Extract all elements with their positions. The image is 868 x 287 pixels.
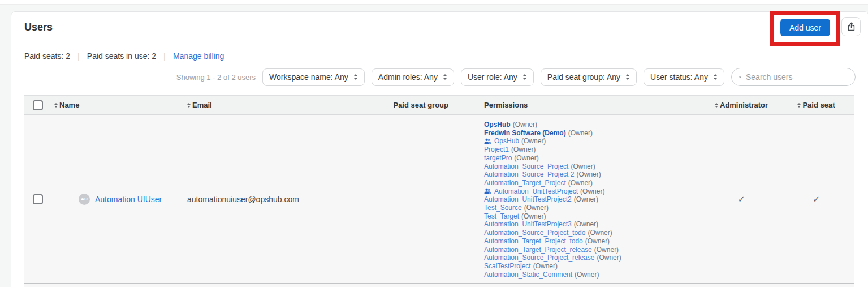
user-role-filter-dropdown[interactable]: User role: Any bbox=[461, 68, 534, 86]
search-users-input[interactable] bbox=[746, 72, 848, 82]
project-link[interactable]: Test_Target bbox=[484, 212, 519, 221]
team-icon bbox=[484, 138, 491, 144]
project-link[interactable]: Automation_Target_Project_release bbox=[484, 246, 592, 254]
permission-item: Automation_Static_Comment(Owner) bbox=[484, 271, 705, 279]
dropdown-label: User role: Any bbox=[468, 72, 517, 82]
column-header-email[interactable]: Email bbox=[184, 96, 320, 114]
permission-item: OpsHub(Owner) bbox=[484, 121, 705, 129]
permission-item: Test_Source(Owner) bbox=[484, 204, 705, 212]
permission-role: (Owner) bbox=[576, 170, 601, 179]
workspace-link[interactable]: Fredwin Software (Demo) bbox=[484, 129, 566, 138]
permission-item: Automation_Source_Project(Owner) bbox=[484, 162, 705, 171]
seats-summary: Paid seats: 2 | Paid seats in use: 2 | M… bbox=[24, 51, 856, 61]
paid-seat-group-cell bbox=[320, 115, 450, 283]
showing-count: Showing 1 - 2 of 2 users bbox=[176, 73, 256, 82]
select-all-checkbox-cell[interactable] bbox=[24, 96, 51, 114]
row-checkbox[interactable] bbox=[33, 194, 43, 204]
permission-item: Automation_UnitTestProject2(Owner) bbox=[484, 195, 705, 204]
project-link[interactable]: ScalTestProject bbox=[484, 262, 531, 271]
column-header-paid-seat[interactable]: Paid seat bbox=[778, 96, 854, 114]
sort-arrows-icon bbox=[54, 103, 58, 108]
users-table: NameEmailPaid seat groupPermissionsAdmin… bbox=[24, 95, 854, 287]
project-link[interactable]: Project1 bbox=[484, 145, 509, 154]
project-link[interactable]: Automation_UnitTestProject3 bbox=[484, 220, 572, 229]
permission-role: (Owner) bbox=[521, 212, 546, 221]
permission-role: (Owner) bbox=[588, 229, 612, 237]
dropdown-label: User status: Any bbox=[650, 72, 708, 82]
permission-item: Automation_Source_Project_todo(Owner) bbox=[484, 229, 705, 237]
user-email: automationuiuser@opshub.com bbox=[184, 115, 320, 283]
project-link[interactable]: Automation_Source_Project_todo bbox=[484, 229, 585, 237]
permission-role: (Owner) bbox=[514, 154, 538, 162]
permission-item: targetPro(Owner) bbox=[484, 154, 705, 162]
separator: | bbox=[163, 51, 166, 61]
administrator-check-icon: ✓ bbox=[738, 195, 745, 203]
project-link[interactable]: Automation_Target_Project bbox=[484, 179, 566, 187]
project-link[interactable]: Test_Source bbox=[484, 204, 522, 212]
manage-billing-link[interactable]: Manage billing bbox=[173, 52, 224, 61]
permission-item: Fredwin Software (Demo)(Owner) bbox=[484, 129, 705, 138]
workspace-name-filter-dropdown[interactable]: Workspace name: Any bbox=[262, 68, 365, 86]
paid-seats-in-use-label: Paid seats in use: 2 bbox=[87, 52, 156, 61]
page-title: Users bbox=[24, 20, 856, 35]
column-header-label: Permissions bbox=[484, 101, 528, 109]
permission-item: Test_Target(Owner) bbox=[484, 212, 705, 221]
dropdown-label: Workspace name: Any bbox=[269, 72, 348, 82]
column-header-label: Paid seat group bbox=[393, 101, 448, 109]
project-link[interactable]: Automation_Source_Project_release bbox=[484, 254, 594, 262]
sort-arrows-icon bbox=[713, 74, 718, 80]
admin-roles-filter-dropdown[interactable]: Admin roles: Any bbox=[372, 68, 454, 86]
sort-arrows-icon bbox=[353, 74, 358, 80]
panel-header: Users Add user bbox=[11, 12, 868, 41]
permission-item: ScalTestProject(Owner) bbox=[484, 262, 705, 271]
workspace-link[interactable]: OpsHub bbox=[484, 121, 511, 129]
user-name-link[interactable]: Automation UIUser bbox=[95, 195, 162, 204]
column-header-administrator[interactable]: Administrator bbox=[705, 96, 778, 114]
project-link[interactable]: Automation_Static_Comment bbox=[484, 271, 572, 279]
export-users-button[interactable] bbox=[841, 17, 861, 36]
select-all-checkbox[interactable] bbox=[33, 100, 43, 110]
search-users-box[interactable] bbox=[731, 68, 856, 86]
separator: | bbox=[77, 51, 80, 61]
permission-role: (Owner) bbox=[568, 179, 593, 187]
paid-seats-label: Paid seats: 2 bbox=[24, 52, 70, 61]
permission-role: (Owner) bbox=[597, 254, 621, 262]
filter-row: Showing 1 - 2 of 2 users Workspace name:… bbox=[24, 68, 856, 86]
column-header-label: Name bbox=[59, 101, 79, 109]
permission-role: (Owner) bbox=[594, 246, 619, 254]
sort-arrows-icon bbox=[715, 103, 718, 108]
project-link[interactable]: Automation_UnitTestProject2 bbox=[484, 195, 572, 204]
project-link[interactable]: Automation_Source_Project bbox=[484, 162, 568, 171]
sort-arrows-icon bbox=[443, 74, 447, 80]
table-row: AU Automation UIUser automationuiuser@op… bbox=[24, 115, 854, 283]
column-header-paid-seat-group: Paid seat group bbox=[320, 96, 450, 114]
avatar: AU bbox=[79, 194, 90, 205]
permission-role: (Owner) bbox=[524, 204, 549, 212]
permission-item: OpsHub(Owner) bbox=[484, 137, 705, 145]
paid-seat-group-filter-dropdown[interactable]: Paid seat group: Any bbox=[541, 68, 637, 86]
permission-role: (Owner) bbox=[568, 129, 593, 138]
search-icon bbox=[739, 73, 741, 82]
user-status-filter-dropdown[interactable]: User status: Any bbox=[644, 68, 724, 86]
team-link[interactable]: OpsHub bbox=[494, 137, 519, 145]
project-link[interactable]: targetPro bbox=[484, 154, 512, 162]
project-link[interactable]: Automation_Target_Project_todo bbox=[484, 237, 583, 246]
add-user-button[interactable]: Add user bbox=[780, 19, 830, 36]
team-link[interactable]: Automation_UnitTestProject bbox=[494, 187, 578, 196]
sort-arrows-icon bbox=[625, 74, 630, 80]
permission-item: Project1(Owner) bbox=[484, 145, 705, 154]
permission-role: (Owner) bbox=[511, 145, 536, 154]
paid-seat-check-icon: ✓ bbox=[813, 195, 820, 203]
permission-item: Automation_Source_Project 2(Owner) bbox=[484, 170, 705, 179]
permission-item: Automation_Source_Project_release(Owner) bbox=[484, 254, 705, 262]
share-icon bbox=[847, 22, 856, 32]
users-panel: Users Add user Paid seats: 2 | Paid seat… bbox=[11, 11, 868, 287]
dropdown-label: Admin roles: Any bbox=[378, 72, 438, 82]
column-header-name[interactable]: Name bbox=[51, 96, 184, 114]
column-header-permissions: Permissions bbox=[450, 96, 705, 114]
permission-role: (Owner) bbox=[574, 220, 598, 229]
toolbar: Add user bbox=[770, 11, 861, 46]
sort-arrows-icon bbox=[522, 74, 527, 80]
project-link[interactable]: Automation_Source_Project 2 bbox=[484, 170, 574, 179]
sort-arrows-icon bbox=[187, 103, 191, 108]
